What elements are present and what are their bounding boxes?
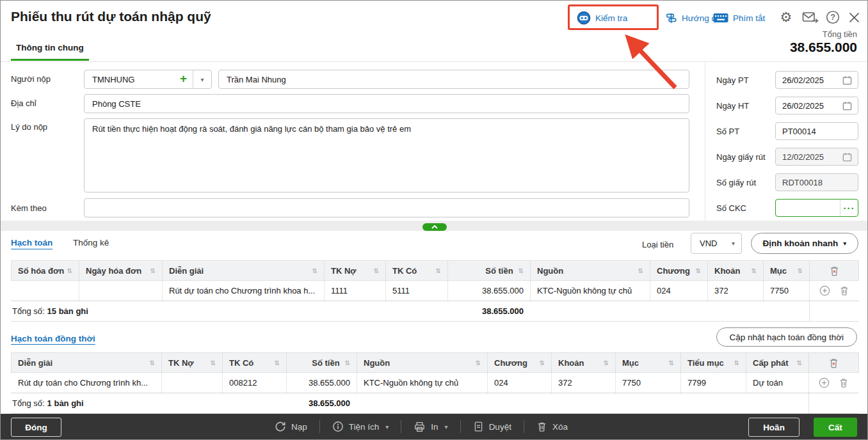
- col-header[interactable]: Số hóa đơn⇅: [12, 261, 79, 281]
- col-header[interactable]: Cấp phát⇅: [746, 353, 809, 373]
- cell-tk-co[interactable]: 008212: [223, 373, 287, 393]
- posting-date-input[interactable]: [776, 97, 842, 114]
- col-header[interactable]: TK Có⇅: [386, 261, 448, 281]
- cell-nguon[interactable]: KTC-Nguồn không tự chủ: [531, 281, 650, 301]
- col-header[interactable]: Số tiền⇅: [448, 261, 531, 281]
- currency-select[interactable]: VND ▾: [691, 233, 742, 254]
- col-header[interactable]: TK Có⇅: [223, 353, 287, 373]
- col-header[interactable]: TK Nợ⇅: [325, 261, 386, 281]
- delete-all-column-header[interactable]: ×: [810, 261, 859, 281]
- calendar-icon[interactable]: [842, 152, 858, 162]
- check-button[interactable]: Kiểm tra: [577, 10, 627, 26]
- col-header[interactable]: Tiểu mục⇅: [681, 353, 746, 373]
- col-header[interactable]: Mục⇅: [616, 353, 681, 373]
- sort-icon[interactable]: ⇅: [345, 359, 350, 366]
- sort-icon[interactable]: ⇅: [540, 359, 545, 366]
- delete-all-column-header[interactable]: ×: [809, 353, 859, 373]
- address-input[interactable]: [84, 95, 689, 113]
- payer-name-input[interactable]: [219, 70, 689, 88]
- col-header[interactable]: Nguồn⇅: [357, 353, 488, 373]
- reload-button[interactable]: Nạp: [275, 421, 307, 432]
- cell-muc[interactable]: 7750: [616, 373, 681, 393]
- cell-so-tien[interactable]: 38.655.000: [287, 373, 357, 393]
- sort-icon[interactable]: ⇅: [312, 267, 317, 274]
- send-feedback-button[interactable]: [801, 9, 820, 26]
- sort-icon[interactable]: ⇅: [696, 267, 701, 274]
- col-header[interactable]: Khoản⇅: [552, 353, 616, 373]
- help-button[interactable]: ?: [824, 9, 841, 26]
- add-row-icon[interactable]: [819, 377, 830, 388]
- cell-khoan[interactable]: 372: [552, 373, 616, 393]
- add-row-icon[interactable]: [819, 285, 830, 296]
- cell-dien-giai[interactable]: Rút dự toán cho Chương trình kh...: [12, 373, 162, 393]
- cell-chuong[interactable]: 024: [488, 373, 552, 393]
- approve-button[interactable]: Duyệt: [473, 421, 511, 432]
- col-header[interactable]: Nguồn⇅: [531, 261, 650, 281]
- cell-dien-giai[interactable]: Rút dự toán cho Chương trình khoa h...: [163, 281, 325, 301]
- col-header[interactable]: Số tiền⇅: [287, 353, 357, 373]
- delete-button[interactable]: Xóa: [536, 421, 568, 432]
- col-header[interactable]: TK Nợ⇅: [162, 353, 223, 373]
- tab-thong-ke[interactable]: Thống kê: [73, 238, 109, 248]
- simultaneous-accounting-link[interactable]: Hạch toán đồng thời: [11, 334, 95, 343]
- sort-icon[interactable]: ⇅: [374, 267, 379, 274]
- tab-thong-tin-chung[interactable]: Thông tin chung: [11, 43, 89, 61]
- cell-khoan[interactable]: 372: [708, 281, 764, 301]
- sort-icon[interactable]: ⇅: [150, 267, 156, 274]
- shortcut-button[interactable]: Phím tắt: [713, 10, 765, 26]
- receipt-no-input[interactable]: [776, 123, 858, 139]
- delete-row-icon[interactable]: [839, 285, 849, 296]
- cell-so-hoa-don[interactable]: [12, 281, 79, 301]
- cell-muc[interactable]: 7750: [764, 281, 810, 301]
- attachment-input[interactable]: [84, 199, 689, 217]
- payer-code-input[interactable]: [84, 70, 177, 88]
- col-header[interactable]: Chương⇅: [488, 353, 552, 373]
- cell-nguon[interactable]: KTC-Nguồn không tự chủ: [357, 373, 488, 393]
- settings-button[interactable]: ⚙: [778, 9, 794, 26]
- sort-icon[interactable]: ⇅: [798, 267, 803, 274]
- col-header[interactable]: Khoản⇅: [708, 261, 764, 281]
- close-form-button[interactable]: Đóng: [11, 418, 61, 437]
- sort-icon[interactable]: ⇅: [638, 267, 643, 274]
- sort-icon[interactable]: ⇅: [275, 359, 280, 366]
- cell-so-tien[interactable]: 38.655.000: [448, 281, 531, 301]
- collapse-handle[interactable]: [422, 223, 447, 231]
- receipt-date-input[interactable]: [776, 72, 842, 88]
- utilities-button[interactable]: Tiện ích ▾: [332, 421, 389, 432]
- col-header[interactable]: Diễn giải⇅: [12, 353, 162, 373]
- sort-icon[interactable]: ⇅: [436, 267, 441, 274]
- add-payer-icon[interactable]: +: [177, 72, 193, 87]
- calendar-icon[interactable]: [842, 75, 858, 85]
- cell-ngay-hoa-don[interactable]: [79, 281, 163, 301]
- col-header[interactable]: Chương⇅: [650, 261, 708, 281]
- col-header[interactable]: Diễn giải⇅: [163, 261, 325, 281]
- ckc-lookup-button[interactable]: ···: [840, 200, 858, 216]
- reason-textarea[interactable]: Rút tiền thực hiện hoạt động rà soát, đá…: [84, 118, 689, 192]
- withdrawal-no-input[interactable]: [776, 174, 858, 191]
- sort-icon[interactable]: ⇅: [604, 359, 609, 366]
- quick-entry-button[interactable]: Định khoản nhanh ▾: [751, 233, 858, 254]
- update-simultaneous-button[interactable]: Cập nhật hạch toán đồng thời: [716, 327, 858, 347]
- tab-hach-toan[interactable]: Hạch toán: [11, 238, 52, 248]
- cell-tieu-muc[interactable]: 7799: [681, 373, 746, 393]
- sort-icon[interactable]: ⇅: [150, 359, 155, 366]
- sort-icon[interactable]: ⇅: [518, 267, 524, 274]
- cell-tk-co[interactable]: 5111: [386, 281, 448, 301]
- cell-tk-no[interactable]: [162, 373, 223, 393]
- col-header[interactable]: Ngày hóa đơn⇅: [79, 261, 163, 281]
- withdrawal-date-input[interactable]: [776, 148, 842, 165]
- sort-icon[interactable]: ⇅: [797, 359, 802, 366]
- sort-icon[interactable]: ⇅: [211, 359, 216, 366]
- cell-tk-no[interactable]: 1111: [325, 281, 386, 301]
- postpone-button[interactable]: Hoãn: [748, 418, 800, 437]
- close-button[interactable]: [846, 9, 862, 26]
- sort-icon[interactable]: ⇅: [669, 359, 674, 366]
- save-button[interactable]: Cất: [814, 418, 857, 437]
- col-header[interactable]: Mục⇅: [764, 261, 810, 281]
- cell-cap-phat[interactable]: Dự toán: [746, 373, 809, 393]
- cell-chuong[interactable]: 024: [650, 281, 708, 301]
- sort-icon[interactable]: ⇅: [751, 267, 757, 274]
- print-button[interactable]: In ▾: [414, 421, 447, 433]
- delete-row-icon[interactable]: [839, 377, 849, 388]
- sort-icon[interactable]: ⇅: [476, 359, 481, 366]
